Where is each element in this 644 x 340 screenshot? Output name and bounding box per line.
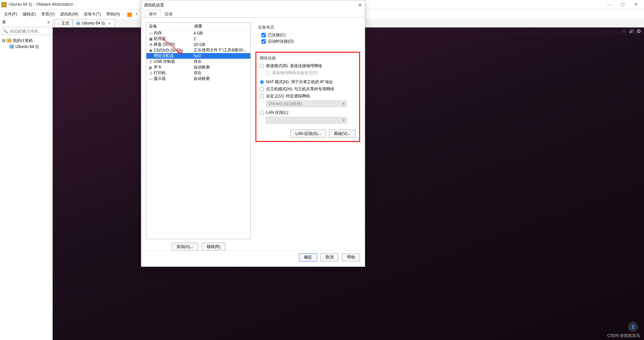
custom-radio[interactable]: 自定义(U): 特定虚拟网络: [260, 93, 356, 99]
hardware-name: 硬盘 (SCSI): [154, 42, 194, 47]
guest-account-icon[interactable]: 👤: [628, 322, 638, 332]
hardware-row[interactable]: ◔硬盘 (SCSI)20 GB: [146, 42, 250, 47]
hardware-row[interactable]: ▭显示器自动检测: [146, 76, 250, 82]
hostonly-input[interactable]: [260, 87, 264, 91]
connected-input[interactable]: [261, 33, 266, 37]
connect-on-poweron-checkbox[interactable]: 启动时连接(O): [261, 39, 357, 44]
network-icon[interactable]: ⛬: [622, 29, 626, 34]
menu-view[interactable]: 查看(V): [39, 11, 57, 18]
minimize-button[interactable]: —: [602, 2, 616, 7]
menu-tabs[interactable]: 选项卡(T): [82, 11, 103, 18]
tree-root[interactable]: ⊟ 我的计算机: [2, 38, 50, 44]
hostonly-radio[interactable]: 仅主机模式(H): 与主机共享的专用网络: [260, 86, 356, 92]
tab-options[interactable]: 选项: [161, 10, 176, 17]
hardware-summary: NAT: [194, 54, 249, 58]
dialog-body: 设备 摘要 ▭内存4 GB▣处理器2◔硬盘 (SCSI)20 GB◉CD/DVD…: [141, 18, 365, 250]
hardware-list: 设备 摘要 ▭内存4 GB▣处理器2◔硬盘 (SCSI)20 GB◉CD/DVD…: [146, 22, 251, 239]
bridge-radio[interactable]: 桥接模式(B): 直接连接物理网络: [260, 63, 356, 69]
hardware-row[interactable]: ⎙打印机存在: [146, 70, 250, 76]
power-icon[interactable]: ⏻: [637, 29, 641, 34]
hardware-icon: ◔: [148, 42, 154, 47]
vm-tree: ⊟ 我的计算机 Ubuntu 64 位: [0, 36, 52, 51]
menu-file[interactable]: 文件(F): [2, 11, 19, 18]
connected-checkbox[interactable]: 已连接(C): [261, 32, 357, 38]
tab-close-icon[interactable]: ✕: [107, 21, 111, 26]
tree-vm-label: Ubuntu 64 位: [15, 44, 39, 50]
nat-input[interactable]: [260, 80, 264, 84]
vmware-icon: [1, 2, 7, 7]
hardware-row[interactable]: ▣处理器2: [146, 36, 250, 42]
hardware-name: 内存: [154, 30, 194, 36]
sidebar-header: 库 ✕: [0, 19, 52, 26]
help-button[interactable]: 帮助: [342, 253, 360, 261]
dialog-tabs: 硬件 选项: [141, 10, 365, 18]
search-icon: 🔍: [2, 29, 9, 34]
lan-segment-input[interactable]: [260, 110, 264, 115]
window-controls: — ▢ ✕: [602, 2, 643, 7]
sidebar: 库 ✕ 🔍 ▾ ⊟ 我的计算机 Ubuntu 64 位: [0, 19, 53, 340]
menu-edit[interactable]: 编辑(E): [20, 11, 38, 18]
connected-label: 已连接(C): [268, 32, 286, 38]
bridge-input[interactable]: [260, 64, 264, 68]
tab-home[interactable]: ⌂ 主页: [55, 19, 72, 27]
hardware-icon: ⎙: [148, 71, 154, 76]
hardware-row[interactable]: ▭内存4 GB: [146, 30, 250, 36]
hostonly-label: 仅主机模式(H): 与主机共享的专用网络: [266, 86, 334, 92]
tree-collapse-icon[interactable]: ⊟: [2, 38, 5, 43]
cancel-button[interactable]: 取消: [320, 253, 339, 261]
replicate-input: [266, 71, 270, 75]
hardware-summary: 存在: [194, 70, 249, 76]
hardware-rows: ▭内存4 GB▣处理器2◔硬盘 (SCSI)20 GB◉CD/DVD (SATA…: [146, 30, 250, 239]
lan-segment-radio[interactable]: LAN 区段(L):: [260, 110, 356, 115]
hardware-summary: 4 GB: [194, 31, 249, 36]
nat-label: NAT 模式(N): 用于共享主机的 IP 地址: [266, 79, 333, 85]
menu-vm[interactable]: 虚拟机(M): [58, 11, 80, 18]
advanced-button[interactable]: 高级(V)...: [329, 130, 356, 138]
sidebar-search[interactable]: 🔍 ▾: [1, 28, 51, 35]
hardware-row[interactable]: ⎙USB 控制器存在: [146, 59, 250, 64]
dialog-titlebar: 虚拟机设置 ✕: [141, 0, 365, 10]
col-summary: 摘要: [194, 23, 202, 29]
sidebar-title: 库: [2, 19, 47, 25]
remove-hardware-button[interactable]: 移除(R): [202, 243, 226, 251]
tree-vm-item[interactable]: Ubuntu 64 位: [2, 44, 50, 50]
tab-hardware[interactable]: 硬件: [145, 10, 161, 17]
dialog-close-icon[interactable]: ✕: [358, 2, 362, 8]
hardware-name: USB 控制器: [154, 59, 194, 64]
hardware-name: 处理器: [154, 36, 194, 42]
network-buttons: LAN 区段(S)... 高级(V)...: [260, 130, 356, 138]
hardware-name: 网络适配器: [154, 53, 194, 59]
ok-button[interactable]: 确定: [299, 253, 317, 261]
pause-icon[interactable]: ▮▮: [126, 11, 133, 17]
sidebar-close-icon[interactable]: ✕: [47, 20, 50, 25]
connect-on-poweron-input[interactable]: [261, 39, 266, 44]
hardware-icon: ▣: [148, 37, 154, 41]
lan-segments-button[interactable]: LAN 区段(S)...: [290, 130, 326, 138]
add-hardware-button[interactable]: 添加(A)...: [171, 243, 198, 251]
device-status-label: 设备状态: [258, 25, 357, 30]
tab-vm[interactable]: Ubuntu 64 位 ✕: [73, 19, 114, 27]
hardware-icon: 🔉: [148, 65, 154, 70]
lan-segment-label: LAN 区段(L):: [266, 110, 289, 115]
home-icon: ⌂: [58, 21, 60, 26]
hardware-summary: 正在使用文件 F:\工具&驱动\...: [194, 47, 249, 53]
tab-home-label: 主页: [61, 20, 69, 26]
hardware-name: 显示器: [154, 76, 194, 82]
custom-vmnet-select: VMnet0 (自动桥接): [266, 100, 347, 107]
maximize-button[interactable]: ▢: [616, 2, 629, 7]
close-button[interactable]: ✕: [629, 2, 643, 7]
hardware-row[interactable]: 🔉声卡自动检测: [146, 64, 250, 70]
vm-settings-dialog: 虚拟机设置 ✕ 硬件 选项 设备 摘要 ▭内存4 GB▣处理器2◔硬盘 (SCS…: [141, 0, 365, 267]
dropdown-icon[interactable]: ▼: [134, 12, 139, 16]
hardware-row[interactable]: ◉CD/DVD (SATA)正在使用文件 F:\工具&驱动\...: [146, 47, 250, 53]
menu-help[interactable]: 帮助(H): [104, 11, 122, 18]
sound-icon[interactable]: 🔊: [629, 29, 634, 34]
dialog-title: 虚拟机设置: [144, 2, 164, 8]
nat-radio[interactable]: NAT 模式(N): 用于共享主机的 IP 地址: [260, 79, 356, 85]
network-connection-label: 网络连接: [260, 55, 356, 61]
hardware-row[interactable]: ⇄网络适配器NAT: [146, 53, 250, 59]
tab-vm-label: Ubuntu 64 位: [82, 20, 105, 26]
custom-input[interactable]: [260, 94, 264, 98]
hardware-icon: ▭: [148, 31, 154, 36]
hardware-summary: 存在: [194, 59, 249, 64]
